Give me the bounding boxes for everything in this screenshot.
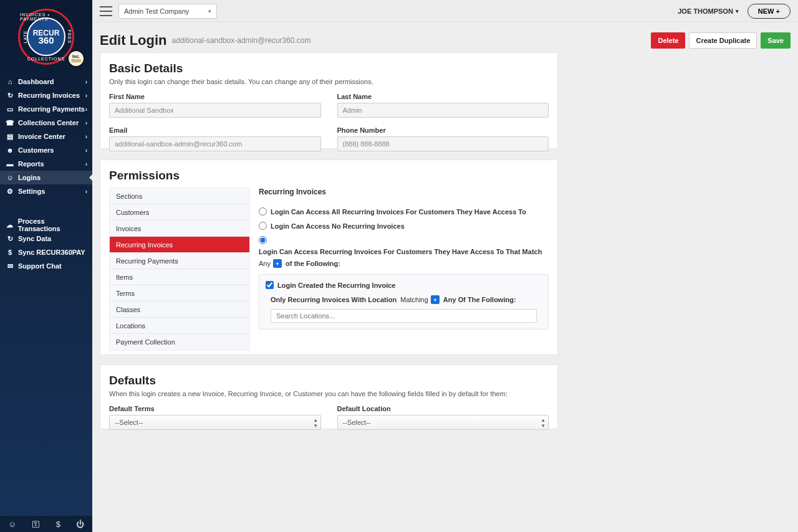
- sidebar-item-dashboard[interactable]: ⌂Dashboard›: [0, 75, 92, 88]
- permissions-tabs: Sections Customers Invoices Recurring In…: [109, 188, 250, 351]
- tab-locations[interactable]: Locations: [110, 318, 249, 334]
- permissions-content-title: Recurring Invoices: [259, 188, 549, 196]
- perm-radio-1-input[interactable]: [259, 207, 267, 216]
- sidebar-item-sync[interactable]: ↻Sync Data: [0, 232, 92, 245]
- default-location-label: Default Location: [337, 405, 549, 412]
- hamburger-icon[interactable]: [100, 6, 112, 16]
- inc-badge: Inc. 5000: [67, 50, 85, 67]
- dollar-icon: $: [6, 249, 14, 256]
- tab-items[interactable]: Items: [110, 269, 249, 285]
- chevron-right-icon: ›: [85, 188, 87, 195]
- perm-check-created[interactable]: Login Created the Recurring Invoice: [266, 281, 542, 289]
- duplicate-button[interactable]: Create Duplicate: [689, 32, 757, 49]
- sidebar-item-process[interactable]: ☁Process Transactions: [0, 218, 92, 232]
- last-name-label: Last Name: [337, 93, 549, 100]
- first-name-input[interactable]: [109, 103, 321, 118]
- first-name-label: First Name: [109, 93, 321, 100]
- tab-sections[interactable]: Sections: [110, 188, 249, 204]
- footer-user-icon[interactable]: ☺: [8, 520, 16, 529]
- footer-key-icon[interactable]: ⚿: [32, 520, 40, 529]
- perm-check-created-input[interactable]: [266, 281, 274, 289]
- email-input[interactable]: [109, 136, 321, 151]
- tab-customers[interactable]: Customers: [110, 204, 249, 221]
- sidebar-item-recurring-payments[interactable]: ▭Recurring Payments›: [0, 102, 92, 116]
- caret-down-icon: ▾: [208, 8, 211, 14]
- permissions-card: Permissions Sections Customers Invoices …: [100, 159, 558, 355]
- tab-invoices[interactable]: Invoices: [110, 221, 249, 237]
- location-match-select[interactable]: Matching ▾: [400, 295, 440, 304]
- brand-logo: INVOICES • PAYMENTS COLLECTIONS LATE FEE…: [0, 0, 92, 71]
- phone-label: Phone Number: [337, 126, 549, 134]
- user-menu[interactable]: JOE THOMPSON ▾: [678, 7, 739, 15]
- chevron-right-icon: ›: [85, 92, 87, 99]
- permissions-content: Recurring Invoices Login Can Access All …: [259, 188, 549, 351]
- tab-payment-collection[interactable]: Payment Collection: [110, 334, 249, 350]
- sidebar: INVOICES • PAYMENTS COLLECTIONS LATE FEE…: [0, 0, 92, 532]
- basic-details-card: Basic Details Only this login can change…: [100, 52, 558, 149]
- phone-icon: ☎: [6, 119, 14, 127]
- sidebar-item-sync-pay[interactable]: $Sync RECUR360PAY: [0, 245, 92, 259]
- basic-desc: Only this login can change their basic d…: [100, 78, 557, 90]
- email-label: Email: [109, 126, 321, 134]
- last-name-input[interactable]: [337, 103, 549, 118]
- sidebar-item-support[interactable]: ✉Support Chat: [0, 259, 92, 273]
- cloud-icon: ☁: [6, 221, 14, 229]
- sidebar-item-reports[interactable]: ▬Reports›: [0, 157, 92, 171]
- chevron-right-icon: ›: [85, 78, 87, 85]
- page-header: Edit Login additional-sandbox-admin@recu…: [100, 32, 791, 49]
- perm-sub-panel: Login Created the Recurring Invoice Only…: [259, 274, 549, 330]
- sidebar-item-collections[interactable]: ☎Collections Center›: [0, 116, 92, 130]
- delete-button[interactable]: Delete: [651, 32, 685, 49]
- tab-recurring-payments[interactable]: Recurring Payments: [110, 253, 249, 269]
- sidebar-item-logins[interactable]: ☺Logins: [0, 171, 92, 184]
- sidebar-footer: ☺ ⚿ $ ⏻: [0, 516, 92, 532]
- footer-dollar-icon[interactable]: $: [56, 520, 60, 529]
- user-icon: ☺: [6, 174, 14, 181]
- default-terms-label: Default Terms: [109, 405, 321, 412]
- chevron-right-icon: ›: [85, 161, 87, 168]
- sidebar-item-invoice-center[interactable]: ▤Invoice Center›: [0, 130, 92, 143]
- users-icon: ☻: [6, 146, 14, 154]
- logo-ring-bottom: COLLECTIONS: [27, 57, 65, 61]
- sidebar-item-settings[interactable]: ⚙Settings›: [0, 184, 92, 198]
- footer-power-icon[interactable]: ⏻: [76, 520, 84, 529]
- brand-num: 360: [38, 37, 54, 44]
- defaults-desc: When this login creates a new Invoice, R…: [100, 390, 557, 402]
- new-button[interactable]: NEW +: [748, 4, 791, 19]
- perm-radio-3-input[interactable]: [259, 236, 267, 244]
- chevron-right-icon: ›: [85, 133, 87, 140]
- nav-utility: ☁Process Transactions ↻Sync Data $Sync R…: [0, 218, 92, 273]
- dashboard-icon: ⌂: [6, 78, 14, 85]
- chat-icon: ✉: [6, 262, 14, 270]
- basic-heading: Basic Details: [100, 53, 557, 78]
- card-icon: ▭: [6, 105, 14, 113]
- defaults-card: Defaults When this login creates a new I…: [100, 364, 558, 429]
- topbar: Admin Test Company ▾ JOE THOMPSON ▾ NEW …: [92, 0, 798, 22]
- sidebar-item-recurring-invoices[interactable]: ↻Recurring Invoices›: [0, 88, 92, 102]
- perm-radio-3[interactable]: Login Can Access Recurring Invoices For …: [259, 236, 549, 268]
- nav-primary: ⌂Dashboard› ↻Recurring Invoices› ▭Recurr…: [0, 75, 92, 198]
- phone-input[interactable]: [337, 136, 549, 151]
- stepper-icon: ▴▾: [542, 417, 545, 428]
- default-terms-select[interactable]: [109, 415, 321, 430]
- perm-radio-2-input[interactable]: [259, 222, 267, 230]
- tab-classes[interactable]: Classes: [110, 302, 249, 318]
- match-select[interactable]: Any ▾: [259, 259, 282, 268]
- chevron-right-icon: ›: [85, 120, 87, 126]
- caret-icon: ▾: [431, 295, 440, 304]
- caret-icon: ▾: [273, 259, 282, 268]
- chevron-right-icon: ›: [85, 106, 87, 113]
- perm-radio-1[interactable]: Login Can Access All Recurring Invoices …: [259, 207, 549, 216]
- default-location-select[interactable]: [337, 415, 549, 430]
- company-select-value: Admin Test Company: [124, 7, 189, 15]
- save-button[interactable]: Save: [761, 32, 791, 49]
- location-search-input[interactable]: [271, 309, 537, 323]
- company-select[interactable]: Admin Test Company ▾: [118, 4, 217, 19]
- tab-terms[interactable]: Terms: [110, 285, 249, 302]
- tab-recurring-invoices[interactable]: Recurring Invoices: [110, 237, 249, 253]
- perm-radio-2[interactable]: Login Can Access No Recurring Invoices: [259, 222, 549, 230]
- chevron-right-icon: ›: [85, 147, 87, 154]
- logo-ring-left: LATE: [23, 31, 27, 44]
- sidebar-item-customers[interactable]: ☻Customers›: [0, 143, 92, 157]
- logo-ring-right: FEES: [67, 30, 71, 44]
